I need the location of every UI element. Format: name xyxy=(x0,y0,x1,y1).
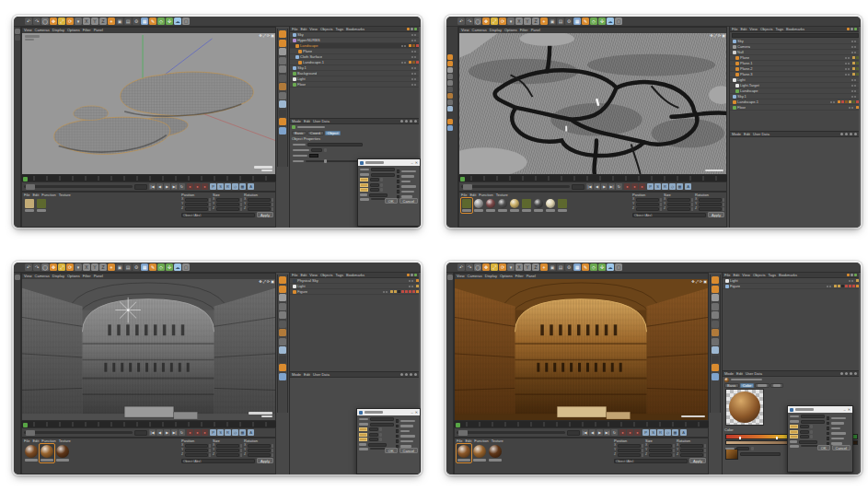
spinner[interactable] xyxy=(810,435,813,438)
value-field[interactable] xyxy=(800,430,809,434)
value-field[interactable] xyxy=(370,178,379,181)
checkbox[interactable] xyxy=(827,437,830,440)
object-name[interactable]: Floor xyxy=(737,106,746,110)
timeline-ruler[interactable] xyxy=(458,175,727,181)
subdivision-surface-icon[interactable]: ◇ xyxy=(157,18,165,25)
key-pla-icon[interactable]: ▦ xyxy=(672,429,678,436)
dialog-minimize-icon[interactable]: – xyxy=(411,411,412,415)
material-swatch[interactable] xyxy=(497,198,508,213)
spinner[interactable] xyxy=(704,449,707,452)
next-frame-icon[interactable]: ▶| xyxy=(604,429,610,436)
timeline-slider[interactable] xyxy=(24,431,133,434)
lock-y-icon[interactable]: Y xyxy=(524,18,531,25)
move-tool-icon[interactable]: ✥ xyxy=(50,18,57,25)
dialog-close-icon[interactable]: ✕ xyxy=(415,411,418,415)
modeling-icon[interactable]: ✣ xyxy=(598,263,606,271)
object-name[interactable]: Landscape xyxy=(300,44,318,48)
material-swatch[interactable] xyxy=(472,444,487,462)
visibility-dots[interactable] xyxy=(411,34,416,36)
spinner[interactable] xyxy=(380,183,383,187)
texture-tag[interactable] xyxy=(416,285,419,287)
visibility-dots[interactable] xyxy=(849,280,853,282)
size-x-field[interactable] xyxy=(216,444,239,448)
record-scale-icon[interactable]: ● xyxy=(631,183,638,190)
dialog-minimize-icon[interactable]: – xyxy=(843,408,845,412)
timeline-ruler[interactable] xyxy=(454,421,709,427)
key-pla-icon[interactable]: ▦ xyxy=(677,183,683,190)
key-parameter-icon[interactable]: ◇ xyxy=(669,183,676,190)
object-name[interactable]: Physical Sky xyxy=(297,279,318,283)
object-name[interactable]: Sky.1 xyxy=(737,95,746,99)
menu-item[interactable]: Edit xyxy=(304,373,310,377)
checkbox[interactable] xyxy=(827,416,830,420)
render-picture-viewer-icon[interactable]: ▤ xyxy=(124,263,132,271)
primitive-cube-icon[interactable]: ▦ xyxy=(573,263,581,271)
record-position-icon[interactable]: ● xyxy=(624,183,631,190)
workplane-icon[interactable] xyxy=(447,74,453,79)
viewport-maximize-icon[interactable]: ▣ xyxy=(722,34,725,38)
spinner[interactable] xyxy=(240,444,243,448)
texture-tag[interactable] xyxy=(416,290,419,293)
texture-mode-icon[interactable] xyxy=(447,67,453,73)
spinner[interactable] xyxy=(723,198,725,202)
spinner[interactable] xyxy=(209,449,212,452)
lock-z-icon[interactable]: Z xyxy=(99,263,107,271)
menu-item[interactable]: Edit xyxy=(300,274,307,277)
menu-item[interactable]: Cameras xyxy=(472,29,487,32)
rotate-tool-icon[interactable]: ⟳ xyxy=(66,18,74,25)
color-swatch[interactable] xyxy=(309,154,318,158)
lock-y-icon[interactable]: Y xyxy=(91,18,98,25)
viewport-pan-icon[interactable]: ✥ xyxy=(259,280,261,284)
record-scale-icon[interactable]: ● xyxy=(627,429,633,436)
timeline-ruler[interactable] xyxy=(21,175,276,181)
autokey-icon[interactable]: A xyxy=(680,429,687,436)
checkbox[interactable] xyxy=(397,185,400,189)
viewport-zoom-icon[interactable]: ⤢ xyxy=(714,34,717,38)
make-editable-icon[interactable] xyxy=(447,54,453,60)
loop-icon[interactable]: ↻ xyxy=(616,183,622,190)
dialog-titlebar[interactable]: –✕ xyxy=(358,159,420,166)
texture-tag[interactable] xyxy=(841,285,844,287)
viewport-maximize-icon[interactable]: ▣ xyxy=(271,34,274,38)
om-panel-icons[interactable] xyxy=(407,274,419,276)
modeling-icon[interactable]: ✣ xyxy=(166,18,173,25)
texture-tag[interactable] xyxy=(856,62,859,64)
visibility-dots[interactable] xyxy=(411,73,416,75)
object-name[interactable]: HyperNURBS xyxy=(297,39,320,42)
subdivision-surface-icon[interactable]: ◇ xyxy=(590,263,597,271)
am-panel-icons[interactable] xyxy=(840,372,859,375)
texture-tag[interactable] xyxy=(856,73,859,76)
size-x-field[interactable] xyxy=(667,198,690,202)
render-picture-viewer-icon[interactable]: ▤ xyxy=(557,263,564,271)
ok-button[interactable]: OK xyxy=(817,445,830,450)
color-field[interactable] xyxy=(790,425,798,428)
position-y-field[interactable] xyxy=(185,449,208,452)
prev-frame-icon[interactable]: ◀ xyxy=(594,183,600,190)
spinner[interactable] xyxy=(324,148,327,152)
scale-tool-icon[interactable]: ⤢ xyxy=(491,263,498,271)
enable-axis-icon[interactable] xyxy=(712,338,719,345)
menu-item[interactable]: Panel xyxy=(531,29,540,32)
prev-frame-icon[interactable]: ◀ xyxy=(156,183,163,190)
ok-button[interactable]: OK xyxy=(385,448,398,453)
position-x-field[interactable] xyxy=(618,444,641,448)
position-z-field[interactable] xyxy=(636,207,659,211)
menu-item[interactable]: Edit xyxy=(32,439,39,443)
goto-start-icon[interactable]: |◀ xyxy=(586,183,593,190)
model-mode-icon[interactable] xyxy=(279,286,286,293)
menu-item[interactable]: Tags xyxy=(769,274,776,277)
menu-item[interactable]: User Data xyxy=(753,133,770,136)
camera-icon[interactable]: ▢ xyxy=(182,18,190,25)
texture-tag[interactable] xyxy=(849,285,851,287)
live-selection-icon[interactable]: ◯ xyxy=(474,263,481,271)
quantize-icon[interactable] xyxy=(712,373,719,380)
dialog-titlebar[interactable]: –✕ xyxy=(357,409,420,415)
texture-tag[interactable] xyxy=(390,290,393,293)
menu-item[interactable]: Filter xyxy=(520,29,528,32)
texture-tag[interactable] xyxy=(849,100,851,103)
apply-button[interactable]: Apply xyxy=(708,212,724,217)
render-view-icon[interactable]: ▣ xyxy=(549,263,556,271)
visibility-dots[interactable] xyxy=(845,57,850,59)
texture-tag[interactable] xyxy=(845,285,848,287)
render-picture-viewer-icon[interactable]: ▤ xyxy=(557,18,564,25)
